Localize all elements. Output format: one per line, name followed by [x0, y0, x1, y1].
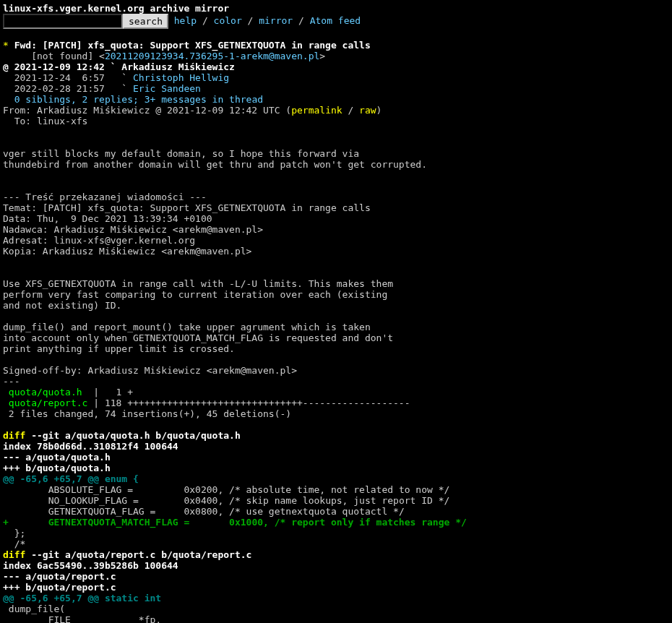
reply-author-1[interactable]: Christoph Hellwig [133, 72, 229, 83]
context-2: }; /* [3, 528, 25, 549]
file-link-1[interactable]: quota/quota.h [9, 387, 82, 398]
search-input[interactable] [3, 14, 123, 29]
context-1: ABSOLUTE_FLAG = 0x0200, /* absolute time… [3, 484, 449, 517]
diff-head-2: --git a/quota/report.c b/quota/report.c … [3, 549, 251, 593]
nav-mirror[interactable]: mirror [259, 15, 293, 26]
to-line: To: linux-xfs [3, 116, 87, 126]
context-3: dump_file( FILE *fp, uint id, [3, 603, 161, 623]
nav-color[interactable]: color [214, 15, 242, 26]
added-line-1: + GETNEXTQUOTA_MATCH_FLAG = 0x1000, /* r… [3, 517, 467, 528]
nav-help[interactable]: help [174, 15, 197, 26]
from-line-prefix: From: Arkadiusz Miśkiewicz @ 2021-12-09 … [3, 105, 291, 116]
diff-keyword-2: diff [3, 549, 25, 560]
reply-author-2[interactable]: Eric Sandeen [133, 83, 201, 94]
thread-head: @ 2021-12-09 12:42 ` Arkadiusz Miśkiewic… [3, 61, 235, 72]
hunk-1: @@ -65,6 +65,7 @@ enum { [3, 473, 139, 484]
page-title: linux-xfs.vger.kernel.org archive mirror [3, 3, 229, 14]
siblings-link[interactable]: 0 siblings, 2 replies; 3+ messages in th… [14, 94, 263, 105]
diff-head-1: --git a/quota/quota.h b/quota/quota.h in… [3, 430, 241, 473]
message-body-1: vger still blocks my default domain, so … [3, 148, 427, 398]
nav-atom[interactable]: Atom feed [310, 15, 361, 26]
not-found-prefix: [not found] < [3, 51, 105, 61]
msgid-link[interactable]: 20211209123934.736295-1-arekm@maven.pl [105, 51, 319, 61]
permalink[interactable]: permalink [291, 105, 342, 116]
raw-link[interactable]: raw [359, 105, 376, 116]
thread-star: * [3, 40, 9, 51]
hunk-2: @@ -65,6 +65,7 @@ static int [3, 593, 161, 603]
thread-subject: Fwd: [PATCH] xfs_quota: Support XFS_GETN… [14, 40, 371, 51]
search-button[interactable] [123, 14, 168, 29]
search-form [3, 15, 168, 26]
file-link-2[interactable]: quota/report.c [9, 398, 88, 408]
diff-keyword-1: diff [3, 430, 25, 441]
